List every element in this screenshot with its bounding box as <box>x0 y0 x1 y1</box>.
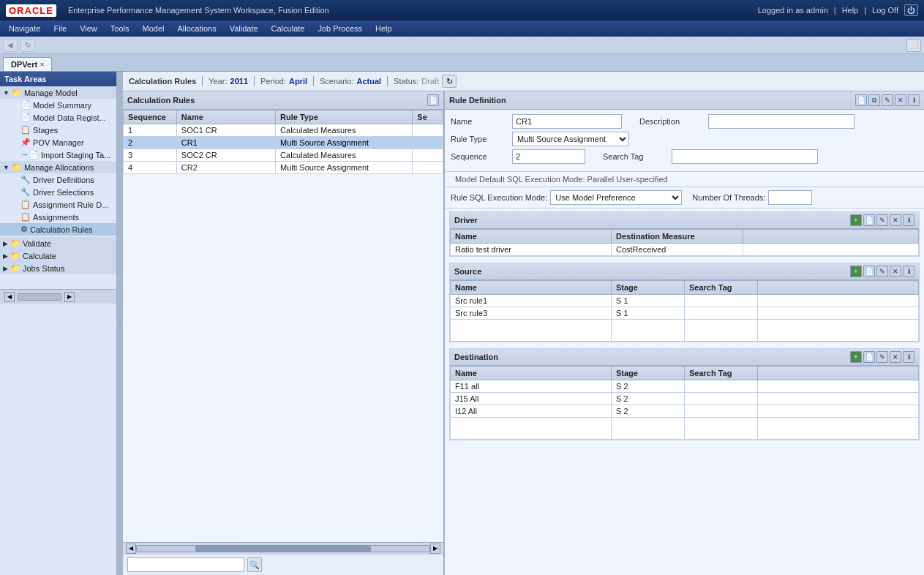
table-row[interactable]: 4 CR2 Multi Source Assignment <box>124 162 443 174</box>
driver-row[interactable]: Ratio test driver CostReceived <box>451 244 919 256</box>
sidebar-item-calculation-rules[interactable]: ⚙ Calculation Rules <box>0 223 116 236</box>
source-row[interactable]: Src rule1 S 1 <box>451 295 919 307</box>
sidebar-item-stages[interactable]: 📋 Stages <box>0 124 116 136</box>
menu-tools[interactable]: Tools <box>105 23 135 34</box>
menu-help[interactable]: Help <box>369 23 398 34</box>
menu-view[interactable]: View <box>74 23 103 34</box>
collapse-manage-allocations[interactable]: ▼ <box>3 164 10 171</box>
menu-file[interactable]: File <box>48 23 72 34</box>
table-row[interactable]: 2 CR1 Multi Source Assignment <box>124 137 443 149</box>
menu-calculate[interactable]: Calculate <box>266 23 311 34</box>
sidebar-item-driver-definitions[interactable]: 🔧 Driver Definitions <box>0 173 116 186</box>
toolbar-maximize[interactable]: ⬜ <box>906 39 921 52</box>
dest-edit[interactable]: ✎ <box>876 351 888 363</box>
h-scroll-left[interactable]: ◀ <box>126 544 136 554</box>
scenario-value[interactable]: Actual <box>356 77 381 86</box>
driver-new[interactable]: 📄 <box>863 214 875 226</box>
col-name[interactable]: Name <box>176 110 275 124</box>
sidebar-item-pov-manager[interactable]: 📌 POV Manager <box>0 136 116 149</box>
dest-row[interactable]: J15 All S 2 <box>451 393 919 405</box>
dest-row[interactable]: I12 All S 2 <box>451 405 919 418</box>
sidebar-item-calculate[interactable]: ▶ 📁 Calculate <box>0 249 116 262</box>
logoff-link[interactable]: Log Off <box>872 6 898 15</box>
sidebar-item-import-staging[interactable]: →📄 Import Staging Ta... <box>0 149 116 161</box>
dest-row[interactable]: F11 all S 2 <box>451 380 919 393</box>
scroll-left[interactable]: ◀ <box>4 292 15 302</box>
expand-validate[interactable]: ▶ <box>3 240 8 247</box>
dest-add[interactable]: + <box>850 351 862 363</box>
search-button[interactable]: 🔍 <box>247 557 262 572</box>
search-tag-input[interactable] <box>672 149 818 164</box>
col-se[interactable]: Se <box>413 110 443 124</box>
calc-rules-new[interactable]: 📄 <box>427 94 439 106</box>
dest-col-tag[interactable]: Search Tag <box>685 367 758 380</box>
col-sequence[interactable]: Sequence <box>124 110 177 124</box>
source-row[interactable]: Src rule3 S 1 <box>451 307 919 320</box>
menu-job-process[interactable]: Job Process <box>312 23 368 34</box>
help-link[interactable]: Help <box>842 6 859 15</box>
sidebar-item-model-data-reg[interactable]: 📄 Model Data Regist... <box>0 111 116 124</box>
rule-def-info[interactable]: ℹ <box>908 94 920 106</box>
sidebar-item-driver-selections[interactable]: 🔧 Driver Selections <box>0 186 116 198</box>
driver-delete[interactable]: ✕ <box>890 214 901 226</box>
period-value[interactable]: April <box>289 77 307 86</box>
sidebar-item-manage-model[interactable]: ▼ 📁 Manage Model <box>0 86 116 99</box>
expand-calculate[interactable]: ▶ <box>3 252 8 260</box>
sidebar-item-assignment-rule[interactable]: 📋 Assignment Rule D... <box>0 198 116 211</box>
refresh-button[interactable]: ↻ <box>442 75 457 88</box>
rule-def-new[interactable]: 📄 <box>855 94 867 106</box>
description-input[interactable] <box>708 114 854 129</box>
menu-allocations[interactable]: Allocations <box>171 23 222 34</box>
sidebar-item-validate[interactable]: ▶ 📁 Validate <box>0 237 116 249</box>
table-row[interactable]: 1 SOC1 CR Calculated Measures <box>124 124 443 137</box>
dest-col-name[interactable]: Name <box>451 367 612 380</box>
rule-def-delete[interactable]: ✕ <box>895 94 906 106</box>
scroll-right[interactable]: ▶ <box>64 292 75 302</box>
search-input[interactable] <box>127 557 244 572</box>
threads-input[interactable] <box>768 190 812 205</box>
col-rule-type[interactable]: Rule Type <box>276 110 413 124</box>
power-icon[interactable]: ⏻ <box>904 4 918 16</box>
tab-dpvert[interactable]: DPVert × <box>3 57 52 71</box>
source-new[interactable]: 📄 <box>863 266 875 277</box>
driver-add[interactable]: + <box>850 214 862 226</box>
sequence-input[interactable] <box>512 149 585 164</box>
sidebar-item-manage-allocations[interactable]: ▼ 📁 Manage Allocations <box>0 161 116 173</box>
toolbar-back[interactable]: ◀ <box>3 39 18 52</box>
h-scrollbar[interactable] <box>136 545 430 552</box>
driver-edit[interactable]: ✎ <box>876 214 888 226</box>
dest-new[interactable]: 📄 <box>863 351 875 363</box>
source-col-name[interactable]: Name <box>451 281 612 295</box>
source-info[interactable]: ℹ <box>903 266 914 277</box>
driver-info[interactable]: ℹ <box>903 214 914 226</box>
source-col-tag[interactable]: Search Tag <box>685 281 758 295</box>
toolbar-forward[interactable]: ↻ <box>20 39 35 52</box>
dest-delete[interactable]: ✕ <box>890 351 901 363</box>
menu-validate[interactable]: Validate <box>224 23 264 34</box>
dest-info[interactable]: ℹ <box>903 351 914 363</box>
sidebar-item-assignments[interactable]: 📋 Assignments <box>0 211 116 223</box>
sidebar-item-jobs-status[interactable]: ▶ 📁 Jobs Status <box>0 262 116 274</box>
year-value[interactable]: 2011 <box>230 77 248 86</box>
rule-type-select[interactable]: Multi Source Assignment <box>512 132 629 146</box>
sidebar-item-model-summary[interactable]: 📄 Model Summary <box>0 99 116 111</box>
rule-def-copy[interactable]: ⧉ <box>868 94 880 106</box>
source-col-stage[interactable]: Stage <box>612 281 685 295</box>
source-delete[interactable]: ✕ <box>890 266 901 277</box>
sql-mode-select[interactable]: Use Model Preference <box>550 190 682 205</box>
driver-col-name[interactable]: Name <box>451 230 612 244</box>
name-input[interactable] <box>512 114 622 129</box>
dest-col-stage[interactable]: Stage <box>612 367 685 380</box>
source-add[interactable]: + <box>850 266 862 277</box>
menu-navigate[interactable]: Navigate <box>3 23 46 34</box>
collapse-manage-model[interactable]: ▼ <box>3 89 10 97</box>
h-scroll-right[interactable]: ▶ <box>430 544 440 554</box>
expand-jobs[interactable]: ▶ <box>3 265 8 272</box>
rule-def-edit[interactable]: ✎ <box>882 94 893 106</box>
source-edit[interactable]: ✎ <box>876 266 888 277</box>
table-row[interactable]: 3 SOC2 CR Calculated Measures <box>124 149 443 162</box>
driver-col-dest[interactable]: Destination Measure <box>612 230 743 244</box>
resize-handle[interactable]: ⋮ <box>117 72 123 575</box>
h-scrollbar-left[interactable] <box>18 293 61 301</box>
menu-model[interactable]: Model <box>137 23 170 34</box>
